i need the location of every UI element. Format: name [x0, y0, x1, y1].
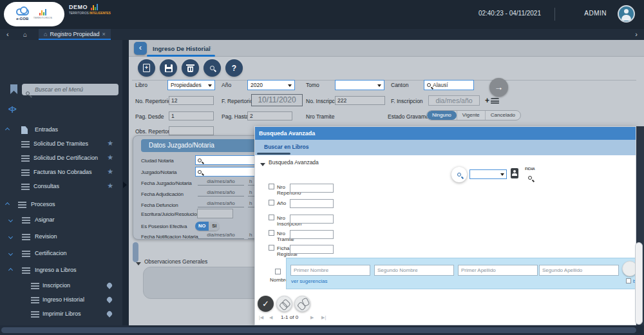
sidebar-item-inscripcion[interactable]: Inscripcion [0, 280, 122, 292]
no-inscripcion-input[interactable] [335, 96, 385, 105]
modal-vertical-scrollbar[interactable] [635, 242, 643, 325]
observaciones-toggle-icon[interactable] [136, 259, 141, 271]
chevron-up-icon[interactable] [5, 202, 10, 207]
pin-icon[interactable] [106, 296, 113, 303]
pagination-first-button[interactable]: |◀ [259, 315, 263, 320]
obs-repertorio-input[interactable] [169, 126, 214, 135]
horizontal-scrollbar[interactable] [1, 327, 636, 333]
no-repertorio-input[interactable] [169, 96, 214, 105]
sidebar-item-certificacion[interactable]: Certificacion [0, 247, 122, 260]
filter-checkbox-nro-repertorio[interactable] [269, 184, 274, 189]
help-button[interactable]: ? [225, 59, 243, 77]
delete-button[interactable] [182, 59, 199, 77]
canton-search-input[interactable]: Alausí [424, 80, 474, 90]
fecha-defuncion-date-input[interactable]: dia/mes/año [198, 200, 244, 207]
filter-checkbox-anio[interactable] [269, 200, 274, 206]
star-icon[interactable]: ★ [107, 168, 113, 176]
tab-close-icon[interactable]: × [208, 44, 211, 51]
tomo-select[interactable] [335, 80, 384, 90]
fecha-notificacion-date-input[interactable]: dia/mes/año [198, 232, 244, 239]
pag-desde-input[interactable] [169, 111, 214, 120]
filter-input-nro-repertorio[interactable] [290, 184, 334, 193]
sidebar-item-asignar[interactable]: Asignar [0, 214, 122, 227]
filter-checkbox-nro-inscripcion[interactable] [269, 215, 274, 220]
go-arrow-button[interactable]: → [489, 78, 508, 97]
ver-sugerencias-link[interactable]: ver sugerencias [291, 278, 327, 284]
sidebar-item-ingreso-a-libros[interactable]: Ingreso a Libros [0, 264, 122, 277]
filter-checkbox-nro-tramite[interactable] [269, 230, 274, 236]
f-repertorio-input[interactable]: 10/11/2020 [251, 94, 303, 106]
pagination-next-button[interactable]: ▶ [310, 315, 314, 320]
bu-checkbox[interactable] [626, 278, 631, 283]
tab-buscar-en-libros[interactable]: Buscar en Libros [264, 144, 308, 150]
segundo-apellido-input[interactable] [539, 265, 619, 276]
estado-option-vigente[interactable]: Vigente [457, 111, 485, 120]
star-icon[interactable]: ★ [107, 182, 113, 190]
pag-hasta-input[interactable] [247, 111, 292, 120]
fecha-juzgado-date-input[interactable]: dia/mes/año [198, 178, 244, 186]
page-back-button[interactable]: ‹ [134, 42, 147, 55]
filter-input-ficha-registral[interactable] [290, 245, 334, 254]
close-icon[interactable]: × [102, 31, 105, 37]
modal-search-button[interactable] [451, 167, 467, 182]
layers-icon[interactable] [491, 98, 499, 104]
nombres-checkbox[interactable] [275, 269, 281, 274]
search-button[interactable] [204, 59, 221, 77]
sidebar-item-entradas[interactable]: Entradas [0, 124, 122, 137]
sidebar-item-solicitud-certificacion[interactable]: Solicitud De Certificacion ★ [0, 152, 122, 165]
section-toggle-icon[interactable] [260, 160, 265, 171]
user-avatar[interactable] [618, 5, 635, 23]
chevron-down-icon[interactable] [8, 235, 13, 239]
escritura-input[interactable] [197, 209, 233, 218]
forward-chevron-icon[interactable]: › [635, 29, 638, 40]
home-icon[interactable]: ⌂ [23, 29, 27, 40]
toggle-si-option[interactable]: SI [209, 222, 220, 231]
tab-registro-propiedad[interactable]: ⌂ Registro Propiedad × [39, 29, 111, 40]
menu-search-input[interactable] [22, 84, 118, 95]
tab-ingreso-de-historial[interactable]: Ingreso De Historial [153, 45, 211, 52]
document-person-icon[interactable] [511, 168, 518, 178]
person-search-button[interactable] [622, 261, 636, 276]
modal-select[interactable] [469, 169, 507, 179]
sidebar-item-revision[interactable]: Revision [0, 231, 122, 244]
libro-select[interactable]: Propiedades [167, 80, 215, 90]
link-button[interactable] [276, 296, 292, 312]
primer-nombre-input[interactable] [290, 265, 370, 276]
sidebar-item-consultas[interactable]: Consultas ★ [0, 180, 122, 193]
bookmark-icon[interactable] [10, 84, 17, 94]
add-date-icon[interactable]: + [485, 96, 489, 105]
back-chevron-icon[interactable]: ‹ [6, 29, 9, 40]
new-record-button[interactable]: + [138, 59, 155, 77]
modal-title[interactable]: Busqueda Avanzada [255, 127, 636, 140]
chevron-up-icon[interactable] [5, 128, 10, 132]
anio-select[interactable]: 2020 [247, 80, 295, 90]
sidebar-item-ingreso-historial[interactable]: Ingreso Historial [0, 294, 122, 307]
chevron-up-icon[interactable] [8, 268, 13, 273]
primer-apellido-input[interactable] [458, 265, 538, 276]
unlink-button[interactable] [294, 296, 310, 312]
fecha-adjudicacion-date-input[interactable]: dia/mes/año [198, 189, 244, 196]
confirm-button[interactable]: ✓ [258, 296, 274, 312]
ficha-search-icon[interactable]: FICHA [524, 167, 536, 182]
collapse-panel-icon[interactable]: <|> [8, 106, 15, 113]
estado-option-cancelado[interactable]: Cancelado [485, 111, 520, 120]
filter-input-nro-tramite[interactable] [290, 230, 334, 239]
toggle-no-option[interactable]: NO [195, 222, 209, 231]
star-icon[interactable]: ★ [107, 139, 113, 148]
chevron-down-icon[interactable] [8, 251, 13, 256]
star-icon[interactable]: ★ [107, 153, 113, 162]
chevron-down-icon[interactable] [8, 218, 13, 222]
sidebar-item-procesos[interactable]: Procesos [0, 198, 122, 211]
filter-input-nro-inscripcion[interactable] [290, 215, 334, 224]
pin-icon[interactable] [106, 282, 113, 289]
sidebar-item-solicitud-tramites[interactable]: Solicitud De Tramites ★ [0, 138, 122, 151]
f-inscripcion-input[interactable]: dia/mes/año [428, 95, 480, 106]
sidebar-item-imprimir-libros[interactable]: Imprimir Libros [0, 308, 122, 321]
estado-option-ninguno[interactable]: Ninguno [427, 111, 457, 120]
pin-icon[interactable] [106, 310, 113, 317]
pagination-prev-button[interactable]: ◀ [269, 315, 272, 320]
filter-checkbox-ficha-registral[interactable] [269, 245, 274, 251]
sidebar-item-facturas-no-cobradas[interactable]: Facturas No Cobradas ★ [0, 166, 122, 179]
save-button[interactable] [160, 59, 177, 77]
segundo-nombre-input[interactable] [374, 265, 454, 276]
